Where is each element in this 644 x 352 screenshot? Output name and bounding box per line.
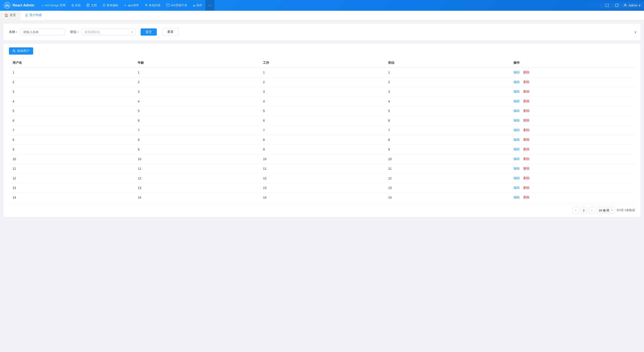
cell-work: 2 <box>259 77 384 87</box>
tab-home[interactable]: 🏠 首页 <box>0 10 20 20</box>
edit-button[interactable]: 编辑 <box>514 138 520 141</box>
delete-button[interactable]: 删除 <box>523 128 530 132</box>
delete-button[interactable]: 删除 <box>523 157 530 161</box>
cell-username: 11 <box>9 164 134 174</box>
edit-button[interactable]: 编辑 <box>514 167 520 170</box>
nav-item-components[interactable]: ◈ 组件 <box>190 0 205 11</box>
edit-button[interactable]: 编辑 <box>514 119 520 122</box>
edit-button[interactable]: 编辑 <box>514 186 520 189</box>
edit-button[interactable]: 编辑 <box>514 147 520 151</box>
next-page-button[interactable]: › <box>589 207 595 213</box>
edit-button[interactable]: 编辑 <box>514 128 520 132</box>
cell-age: 6 <box>134 116 259 126</box>
delete-button[interactable]: 删除 <box>523 195 530 199</box>
edit-button[interactable]: 编辑 <box>514 99 520 103</box>
table-row: 13 13 13 13 编辑 删除 <box>9 183 635 193</box>
cell-position: 13 <box>385 183 510 193</box>
cell-age: 2 <box>134 77 259 87</box>
cell-age: 5 <box>134 106 259 116</box>
delete-button[interactable]: 删除 <box>523 80 530 84</box>
cell-work: 3 <box>259 87 384 97</box>
edit-button[interactable]: 编辑 <box>514 157 520 161</box>
table-row: 1 1 1 1 编辑 删除 <box>9 68 635 77</box>
roles-icon <box>145 3 148 7</box>
table-area: 添加用户 用户名 年龄 工作 职位 操作 1 1 1 1 <box>4 44 640 217</box>
cell-action: 编辑 删除 <box>510 174 635 183</box>
delete-button[interactable]: 删除 <box>523 109 530 113</box>
delete-button[interactable]: 删除 <box>523 186 530 189</box>
nav-item-google[interactable]: G 谷歌 <box>69 0 84 11</box>
table-row: 7 7 7 7 编辑 删除 <box>9 126 635 135</box>
edit-button[interactable]: 编辑 <box>514 90 520 93</box>
user-list-tab-icon: ☰ <box>25 13 28 17</box>
cell-work: 14 <box>259 193 384 202</box>
nav-more-button[interactable]: ··· <box>205 0 214 11</box>
delete-button[interactable]: 删除 <box>523 147 530 151</box>
docs-icon <box>87 3 90 7</box>
nav-item-docs[interactable]: 文档 <box>84 0 100 11</box>
cell-age: 14 <box>134 193 259 202</box>
cell-action: 编辑 删除 <box>510 87 635 97</box>
delete-button[interactable]: 删除 <box>523 167 530 170</box>
tab-user-list[interactable]: ☰ 用户列表 <box>20 11 46 20</box>
nav-item-404[interactable]: 404页面不存 <box>164 0 190 11</box>
svg-point-0 <box>4 2 10 8</box>
position-select[interactable]: 请选择职位 <box>82 29 135 35</box>
prev-page-button[interactable]: ‹ <box>572 207 579 213</box>
cell-work: 13 <box>259 183 384 193</box>
reset-button[interactable]: 重置 <box>162 28 179 36</box>
cell-position: 3 <box>385 87 510 97</box>
edit-button[interactable]: 编辑 <box>514 70 520 74</box>
delete-button[interactable]: 删除 <box>523 70 530 74</box>
delete-button[interactable]: 删除 <box>523 99 530 103</box>
data-table: 用户名 年龄 工作 职位 操作 1 1 1 1 编辑 删除 2 2 2 <box>9 58 635 202</box>
delete-button[interactable]: 删除 <box>523 90 530 93</box>
app-logo[interactable]: React Admin <box>4 2 34 9</box>
delete-button[interactable]: 删除 <box>523 119 530 122</box>
cell-action: 编辑 删除 <box>510 126 635 135</box>
nav-item-ajax[interactable]: ✦ ajax请求 <box>121 0 142 11</box>
prev-icon: ‹ <box>575 209 576 212</box>
edit-button[interactable]: 编辑 <box>514 109 520 113</box>
table-row: 8 8 8 8 编辑 删除 <box>9 135 635 145</box>
cell-position: 6 <box>385 116 510 126</box>
cell-position: 12 <box>385 174 510 183</box>
nav-item-ant-design[interactable]: ◇ Ant Design 官网 <box>39 0 68 11</box>
cell-position: 8 <box>385 135 510 145</box>
nav-item-roles[interactable]: 角色列表 <box>142 0 163 11</box>
next-icon: › <box>592 209 592 212</box>
edit-button[interactable]: 编辑 <box>514 80 520 84</box>
edit-button[interactable]: 编辑 <box>514 176 520 180</box>
cell-age: 4 <box>134 97 259 106</box>
user-name: Admin <box>628 3 638 7</box>
ajax-icon: ✦ <box>124 4 126 7</box>
name-input[interactable] <box>20 29 65 35</box>
cell-position: 2 <box>385 77 510 87</box>
nav-item-menu-edit[interactable]: 菜单编辑 <box>100 0 121 11</box>
submit-button[interactable]: 提交 <box>140 28 157 35</box>
pagination-bar: ‹ 0 › 10 条/页 20 条/页 50 条/页 共0页 0条数据 <box>9 204 635 213</box>
lock-icon <box>102 3 106 7</box>
cell-username: 13 <box>9 183 134 193</box>
table-row: 3 3 3 3 编辑 删除 <box>9 87 635 97</box>
edit-button[interactable]: 编辑 <box>514 195 520 199</box>
cell-action: 编辑 删除 <box>510 77 635 87</box>
cell-action: 编辑 删除 <box>510 68 635 77</box>
cell-username: 3 <box>9 87 134 97</box>
cell-action: 编辑 删除 <box>510 97 635 106</box>
page-size-select[interactable]: 10 条/页 20 条/页 50 条/页 <box>597 207 615 213</box>
cell-work: 8 <box>259 135 384 145</box>
add-user-button[interactable]: 添加用户 <box>9 47 33 55</box>
fullscreen-button[interactable] <box>604 2 611 9</box>
filter-collapse-button[interactable]: ∨ <box>634 30 637 34</box>
window-button[interactable] <box>613 2 620 9</box>
delete-button[interactable]: 删除 <box>523 176 530 180</box>
delete-button[interactable]: 删除 <box>523 138 530 141</box>
col-header-age: 年龄 <box>134 58 259 68</box>
table-body: 1 1 1 1 编辑 删除 2 2 2 2 编辑 删除 3 3 3 3 编辑 删… <box>9 68 635 202</box>
table-row: 11 11 11 11 编辑 删除 <box>9 164 635 174</box>
filter-area: 名称： 职位： 请选择职位 ∨ 提交 重置 ∨ <box>4 24 640 40</box>
user-menu[interactable]: Admin ▾ <box>623 3 640 7</box>
cell-position: 7 <box>385 126 510 135</box>
col-header-action: 操作 <box>510 58 635 68</box>
